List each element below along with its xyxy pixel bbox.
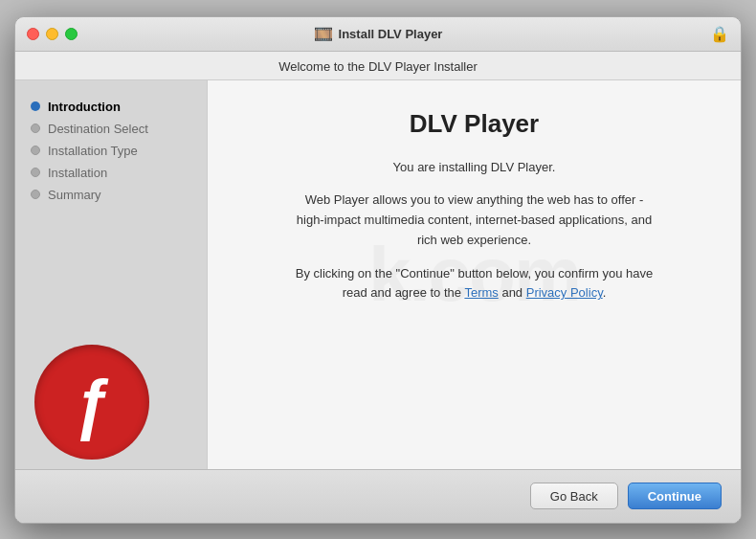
sidebar-dot-destination xyxy=(31,124,40,133)
go-back-button[interactable]: Go Back xyxy=(530,483,618,509)
subtitle-text: Welcome to the DLV Player Installer xyxy=(278,59,478,74)
installer-subtitle: Welcome to the DLV Player Installer xyxy=(15,52,741,80)
sidebar-label-introduction: Introduction xyxy=(48,100,121,114)
sidebar-dot-installation-type xyxy=(31,146,40,155)
main-panel: k.com DLV Player You are installing DLV … xyxy=(207,80,741,469)
privacy-policy-link[interactable]: Privacy Policy xyxy=(526,285,603,300)
traffic-lights xyxy=(27,28,78,40)
main-inner: k.com DLV Player You are installing DLV … xyxy=(208,80,741,469)
sidebar-label-destination: Destination Select xyxy=(48,122,148,136)
sidebar-label-installation-type: Installation Type xyxy=(48,144,138,158)
sidebar-dot-installation xyxy=(31,168,40,177)
product-title: DLV Player xyxy=(410,109,539,139)
installer-window: 🎞️ Install DLV Player 🔒 Welcome to the D… xyxy=(14,16,742,524)
title-text: Install DLV Player xyxy=(339,27,443,41)
sidebar-item-installation[interactable]: Installation xyxy=(15,162,207,184)
lock-icon: 🔒 xyxy=(710,25,729,43)
sidebar-dot-summary xyxy=(31,190,40,199)
close-button[interactable] xyxy=(27,28,39,40)
continue-button[interactable]: Continue xyxy=(628,483,722,509)
sidebar: Introduction Destination Select Installa… xyxy=(15,80,207,469)
sidebar-item-destination-select[interactable]: Destination Select xyxy=(15,118,207,140)
terms-link[interactable]: Terms xyxy=(464,285,498,300)
paragraph-3-suffix: . xyxy=(603,285,607,300)
sidebar-label-summary: Summary xyxy=(48,188,101,202)
description-text: You are installing DLV Player. Web Playe… xyxy=(293,158,656,318)
minimize-button[interactable] xyxy=(46,28,58,40)
sidebar-item-summary[interactable]: Summary xyxy=(15,184,207,206)
paragraph-2: Web Player allows you to view anything t… xyxy=(293,191,656,250)
maximize-button[interactable] xyxy=(65,28,78,40)
flash-circle: ƒ xyxy=(34,345,149,460)
paragraph-3: By clicking on the "Continue" button bel… xyxy=(293,264,656,304)
titlebar: 🎞️ Install DLV Player 🔒 xyxy=(15,17,741,52)
sidebar-label-installation: Installation xyxy=(48,166,107,180)
sidebar-item-introduction[interactable]: Introduction xyxy=(15,96,207,118)
bottom-bar: Go Back Continue xyxy=(15,469,741,523)
paragraph-1: You are installing DLV Player. xyxy=(293,158,656,178)
flash-f-letter: ƒ xyxy=(74,371,111,438)
sidebar-dot-introduction xyxy=(31,101,40,111)
and-text: and xyxy=(499,285,526,300)
installer-emoji-icon: 🎞️ xyxy=(314,25,333,43)
content-area: Introduction Destination Select Installa… xyxy=(15,80,741,469)
flash-logo-sidebar: ƒ xyxy=(34,345,149,460)
window-title: 🎞️ Install DLV Player xyxy=(314,25,443,43)
sidebar-item-installation-type[interactable]: Installation Type xyxy=(15,140,207,162)
